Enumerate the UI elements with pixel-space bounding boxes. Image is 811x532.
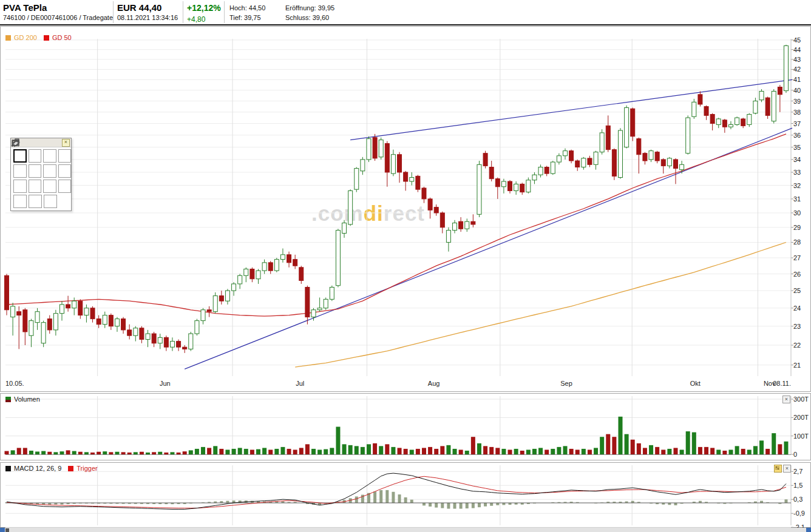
- volume-bar[interactable]: [594, 448, 598, 454]
- candle[interactable]: [489, 167, 494, 178]
- candle[interactable]: [103, 315, 107, 325]
- candle[interactable]: [594, 152, 598, 165]
- candle[interactable]: [391, 155, 395, 173]
- candle[interactable]: [588, 158, 592, 164]
- volume-bar[interactable]: [189, 450, 193, 454]
- tool-trend-line[interactable]: [13, 149, 27, 163]
- volume-bar[interactable]: [741, 449, 745, 454]
- macd-close-icon[interactable]: ×: [783, 465, 791, 473]
- candle[interactable]: [379, 140, 383, 157]
- candle[interactable]: [667, 158, 671, 166]
- volume-bar[interactable]: [262, 448, 266, 454]
- volume-bar[interactable]: [183, 451, 187, 454]
- candle[interactable]: [453, 223, 457, 231]
- volume-bar[interactable]: [710, 448, 714, 454]
- candle[interactable]: [643, 153, 647, 161]
- candle[interactable]: [72, 301, 76, 308]
- volume-bar[interactable]: [367, 444, 371, 454]
- candle[interactable]: [342, 223, 347, 234]
- volume-close-icon[interactable]: ×: [782, 396, 790, 403]
- volume-bar[interactable]: [563, 446, 568, 454]
- volume-bar[interactable]: [84, 452, 89, 454]
- candle[interactable]: [134, 328, 138, 335]
- candle[interactable]: [686, 118, 690, 153]
- volume-bar[interactable]: [195, 449, 199, 454]
- tool-ellipse[interactable]: [58, 164, 72, 178]
- volume-bar[interactable]: [465, 451, 469, 454]
- candle[interactable]: [195, 321, 199, 334]
- volume-bar[interactable]: [538, 448, 543, 454]
- volume-bar[interactable]: [59, 451, 64, 454]
- candle[interactable]: [692, 102, 696, 116]
- volume-bar[interactable]: [753, 446, 758, 454]
- tool-rectangle[interactable]: [29, 164, 42, 178]
- volume-bar[interactable]: [244, 449, 248, 454]
- volume-bar[interactable]: [495, 448, 500, 454]
- volume-bar[interactable]: [772, 433, 776, 454]
- candle[interactable]: [538, 167, 543, 175]
- candle[interactable]: [59, 305, 64, 314]
- candle[interactable]: [293, 260, 297, 266]
- volume-bar[interactable]: [416, 449, 420, 454]
- candle[interactable]: [287, 255, 291, 263]
- candle[interactable]: [465, 221, 469, 229]
- candle[interactable]: [753, 101, 758, 113]
- candle[interactable]: [189, 334, 193, 349]
- volume-bar[interactable]: [526, 450, 531, 454]
- tool-text[interactable]: T: [13, 180, 27, 193]
- tool-speed-resistance-lines[interactable]: [43, 180, 56, 193]
- candle[interactable]: [127, 330, 132, 335]
- volume-bar[interactable]: [765, 449, 770, 454]
- candle[interactable]: [520, 184, 524, 192]
- candle[interactable]: [557, 156, 561, 162]
- volume-bar[interactable]: [232, 449, 236, 454]
- candle[interactable]: [545, 167, 549, 173]
- palette-close-icon[interactable]: ×: [62, 139, 70, 147]
- volume-bar[interactable]: [778, 444, 782, 454]
- candle[interactable]: [280, 255, 285, 260]
- candle[interactable]: [140, 328, 144, 340]
- candle[interactable]: [11, 306, 15, 317]
- volume-bar[interactable]: [385, 444, 389, 454]
- candle[interactable]: [434, 207, 438, 213]
- scrollbar-right-corner[interactable]: [806, 528, 811, 532]
- volume-bar[interactable]: [305, 444, 310, 454]
- volume-bar[interactable]: [728, 450, 733, 454]
- candle[interactable]: [361, 160, 365, 171]
- candle[interactable]: [164, 337, 168, 347]
- volume-bar[interactable]: [692, 433, 696, 454]
- volume-bar[interactable]: [280, 447, 285, 454]
- volume-bar[interactable]: [317, 450, 322, 454]
- candle[interactable]: [5, 275, 9, 309]
- volume-bar[interactable]: [287, 449, 291, 454]
- volume-bar[interactable]: [514, 449, 518, 454]
- candle[interactable]: [158, 337, 162, 343]
- candle[interactable]: [317, 308, 322, 310]
- candle[interactable]: [422, 188, 426, 199]
- candle[interactable]: [649, 151, 653, 160]
- candle[interactable]: [97, 319, 101, 325]
- volume-bar[interactable]: [207, 448, 211, 454]
- volume-bar[interactable]: [489, 447, 494, 454]
- volume-bar[interactable]: [422, 448, 426, 454]
- volume-bar[interactable]: [477, 443, 481, 454]
- volume-bar[interactable]: [170, 452, 174, 454]
- volume-bar[interactable]: [66, 450, 70, 454]
- candle[interactable]: [637, 139, 641, 155]
- volume-bar[interactable]: [17, 448, 21, 454]
- volume-bar[interactable]: [250, 450, 254, 454]
- candle[interactable]: [582, 158, 586, 167]
- candle[interactable]: [385, 144, 389, 172]
- candle[interactable]: [201, 310, 205, 321]
- candle[interactable]: [563, 151, 568, 156]
- candle[interactable]: [47, 319, 52, 330]
- volume-bar[interactable]: [29, 451, 33, 454]
- candle[interactable]: [759, 91, 764, 99]
- volume-bar[interactable]: [434, 449, 438, 454]
- volume-bar[interactable]: [735, 446, 739, 454]
- volume-bar[interactable]: [673, 448, 677, 454]
- candle[interactable]: [440, 213, 444, 227]
- candle[interactable]: [41, 323, 46, 343]
- candle[interactable]: [238, 275, 242, 284]
- tool-trend-line-dashed-label[interactable]: L: [43, 149, 56, 163]
